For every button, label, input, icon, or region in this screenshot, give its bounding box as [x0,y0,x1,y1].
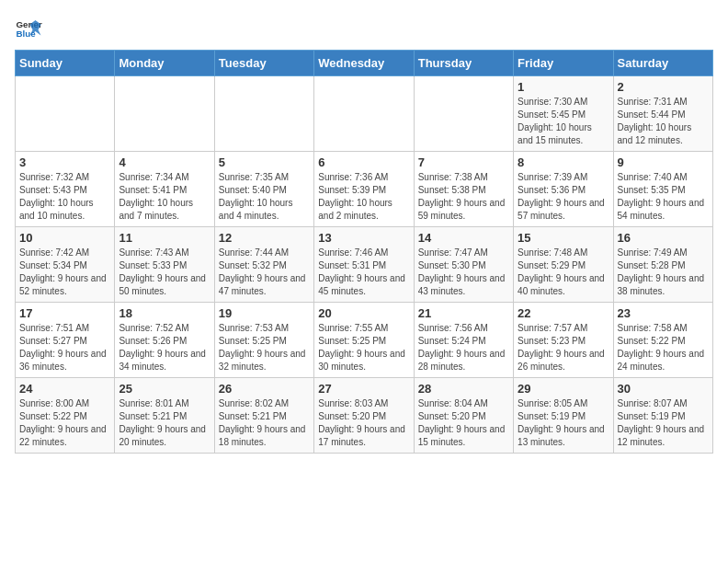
day-number: 4 [119,155,210,169]
calendar-cell: 24Sunrise: 8:00 AM Sunset: 5:22 PM Dayli… [16,378,115,454]
day-header-sunday: Sunday [16,51,115,76]
day-number: 14 [418,231,509,245]
calendar-cell: 7Sunrise: 7:38 AM Sunset: 5:38 PM Daylig… [414,152,513,227]
calendar-cell: 16Sunrise: 7:49 AM Sunset: 5:28 PM Dayli… [613,227,712,303]
day-info: Sunrise: 8:02 AM Sunset: 5:21 PM Dayligh… [219,397,310,449]
calendar-cell: 26Sunrise: 8:02 AM Sunset: 5:21 PM Dayli… [214,378,313,454]
calendar-cell [214,76,313,152]
calendar-cell [414,76,513,152]
calendar-cell: 30Sunrise: 8:07 AM Sunset: 5:19 PM Dayli… [613,378,712,454]
calendar-cell: 15Sunrise: 7:48 AM Sunset: 5:29 PM Dayli… [514,227,613,303]
calendar-cell [16,76,115,152]
day-number: 15 [518,231,609,245]
day-info: Sunrise: 7:51 AM Sunset: 5:27 PM Dayligh… [19,322,110,373]
day-info: Sunrise: 7:55 AM Sunset: 5:25 PM Dayligh… [318,322,409,373]
day-number: 26 [219,382,310,396]
calendar-cell: 8Sunrise: 7:39 AM Sunset: 5:36 PM Daylig… [514,152,613,227]
day-info: Sunrise: 7:35 AM Sunset: 5:40 PM Dayligh… [219,171,310,223]
day-number: 28 [418,382,509,396]
day-number: 21 [418,306,509,320]
day-number: 6 [318,155,409,169]
day-info: Sunrise: 7:47 AM Sunset: 5:30 PM Dayligh… [418,247,509,298]
day-number: 3 [19,155,110,169]
calendar-cell [314,76,414,152]
week-row-4: 17Sunrise: 7:51 AM Sunset: 5:27 PM Dayli… [16,303,713,378]
day-header-wednesday: Wednesday [314,51,414,76]
day-info: Sunrise: 7:56 AM Sunset: 5:24 PM Dayligh… [418,322,509,373]
calendar-cell: 21Sunrise: 7:56 AM Sunset: 5:24 PM Dayli… [414,303,513,378]
calendar-cell: 29Sunrise: 8:05 AM Sunset: 5:19 PM Dayli… [514,378,613,454]
day-number: 22 [518,306,609,320]
day-header-friday: Friday [514,51,613,76]
day-info: Sunrise: 7:49 AM Sunset: 5:28 PM Dayligh… [618,247,709,298]
day-number: 12 [219,231,310,245]
day-number: 13 [318,231,409,245]
week-row-1: 1Sunrise: 7:30 AM Sunset: 5:45 PM Daylig… [16,76,713,152]
calendar-cell: 1Sunrise: 7:30 AM Sunset: 5:45 PM Daylig… [514,76,613,152]
day-number: 5 [219,155,310,169]
day-info: Sunrise: 7:46 AM Sunset: 5:31 PM Dayligh… [318,247,409,298]
day-info: Sunrise: 7:31 AM Sunset: 5:44 PM Dayligh… [618,96,709,147]
calendar-cell: 2Sunrise: 7:31 AM Sunset: 5:44 PM Daylig… [613,76,712,152]
calendar-cell: 20Sunrise: 7:55 AM Sunset: 5:25 PM Dayli… [314,303,414,378]
calendar-cell: 13Sunrise: 7:46 AM Sunset: 5:31 PM Dayli… [314,227,414,303]
calendar-cell: 19Sunrise: 7:53 AM Sunset: 5:25 PM Dayli… [214,303,313,378]
week-row-2: 3Sunrise: 7:32 AM Sunset: 5:43 PM Daylig… [16,152,713,227]
day-number: 20 [318,306,409,320]
calendar-cell: 27Sunrise: 8:03 AM Sunset: 5:20 PM Dayli… [314,378,414,454]
calendar-table: SundayMondayTuesdayWednesdayThursdayFrid… [15,50,713,454]
calendar-cell: 18Sunrise: 7:52 AM Sunset: 5:26 PM Dayli… [115,303,214,378]
day-info: Sunrise: 7:39 AM Sunset: 5:36 PM Dayligh… [518,171,609,223]
day-header-tuesday: Tuesday [214,51,313,76]
calendar-cell: 22Sunrise: 7:57 AM Sunset: 5:23 PM Dayli… [514,303,613,378]
calendar-cell: 25Sunrise: 8:01 AM Sunset: 5:21 PM Dayli… [115,378,214,454]
day-info: Sunrise: 8:07 AM Sunset: 5:19 PM Dayligh… [618,397,709,449]
day-number: 11 [119,231,210,245]
calendar-cell: 6Sunrise: 7:36 AM Sunset: 5:39 PM Daylig… [314,152,414,227]
calendar-cell: 12Sunrise: 7:44 AM Sunset: 5:32 PM Dayli… [214,227,313,303]
day-info: Sunrise: 7:36 AM Sunset: 5:39 PM Dayligh… [318,171,409,223]
day-info: Sunrise: 7:58 AM Sunset: 5:22 PM Dayligh… [618,322,709,373]
calendar-cell: 5Sunrise: 7:35 AM Sunset: 5:40 PM Daylig… [214,152,313,227]
day-number: 23 [618,306,709,320]
calendar-header: SundayMondayTuesdayWednesdayThursdayFrid… [16,51,713,76]
header: General Blue [15,15,713,42]
week-row-3: 10Sunrise: 7:42 AM Sunset: 5:34 PM Dayli… [16,227,713,303]
day-number: 18 [119,306,210,320]
day-number: 8 [518,155,609,169]
calendar-cell: 14Sunrise: 7:47 AM Sunset: 5:30 PM Dayli… [414,227,513,303]
calendar-cell: 11Sunrise: 7:43 AM Sunset: 5:33 PM Dayli… [115,227,214,303]
day-info: Sunrise: 7:40 AM Sunset: 5:35 PM Dayligh… [618,171,709,223]
day-info: Sunrise: 7:38 AM Sunset: 5:38 PM Dayligh… [418,171,509,223]
calendar-cell [115,76,214,152]
calendar-cell: 17Sunrise: 7:51 AM Sunset: 5:27 PM Dayli… [16,303,115,378]
day-number: 9 [618,155,709,169]
day-info: Sunrise: 7:43 AM Sunset: 5:33 PM Dayligh… [119,247,210,298]
day-number: 1 [518,80,609,94]
day-header-thursday: Thursday [414,51,513,76]
day-number: 24 [19,382,110,396]
day-info: Sunrise: 7:30 AM Sunset: 5:45 PM Dayligh… [518,96,609,147]
day-number: 16 [618,231,709,245]
day-info: Sunrise: 8:00 AM Sunset: 5:22 PM Dayligh… [19,397,110,449]
day-info: Sunrise: 7:52 AM Sunset: 5:26 PM Dayligh… [119,322,210,373]
week-row-5: 24Sunrise: 8:00 AM Sunset: 5:22 PM Dayli… [16,378,713,454]
day-number: 10 [19,231,110,245]
day-info: Sunrise: 8:01 AM Sunset: 5:21 PM Dayligh… [119,397,210,449]
day-number: 30 [618,382,709,396]
day-number: 19 [219,306,310,320]
day-number: 7 [418,155,509,169]
calendar-body: 1Sunrise: 7:30 AM Sunset: 5:45 PM Daylig… [16,76,713,454]
day-number: 27 [318,382,409,396]
day-info: Sunrise: 7:53 AM Sunset: 5:25 PM Dayligh… [219,322,310,373]
day-info: Sunrise: 8:03 AM Sunset: 5:20 PM Dayligh… [318,397,409,449]
calendar-cell: 28Sunrise: 8:04 AM Sunset: 5:20 PM Dayli… [414,378,513,454]
calendar-cell: 4Sunrise: 7:34 AM Sunset: 5:41 PM Daylig… [115,152,214,227]
day-info: Sunrise: 8:04 AM Sunset: 5:20 PM Dayligh… [418,397,509,449]
calendar-cell: 10Sunrise: 7:42 AM Sunset: 5:34 PM Dayli… [16,227,115,303]
day-header-saturday: Saturday [613,51,712,76]
logo: General Blue [15,15,42,42]
day-info: Sunrise: 7:57 AM Sunset: 5:23 PM Dayligh… [518,322,609,373]
day-number: 25 [119,382,210,396]
day-info: Sunrise: 7:42 AM Sunset: 5:34 PM Dayligh… [19,247,110,298]
